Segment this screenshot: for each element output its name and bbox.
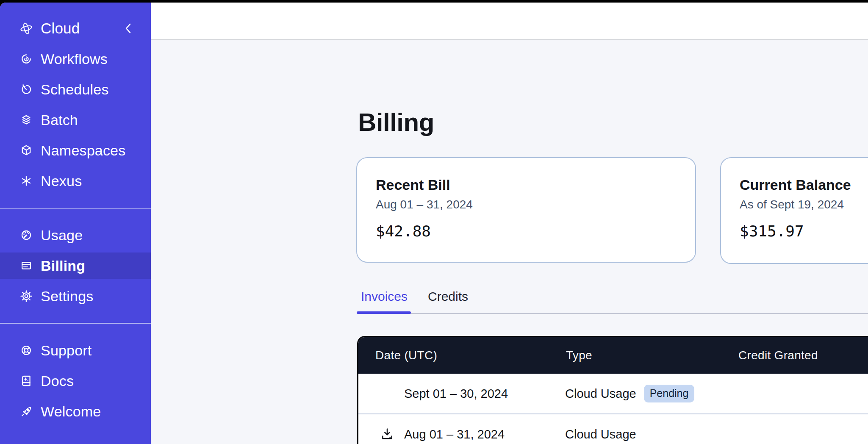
sidebar-item-label: Workflows [41, 51, 108, 67]
download-invoice-button[interactable] [380, 427, 395, 442]
sidebar-item-label: Billing [41, 258, 85, 274]
sidebar-item-workflows[interactable]: Workflows [0, 45, 151, 72]
table-header: Date (UTC) Type Credit Granted [358, 337, 868, 374]
tabs-baseline [357, 313, 868, 314]
sidebar-item-batch[interactable]: Batch [0, 106, 151, 133]
sidebar-brand-cloud[interactable]: Cloud [0, 14, 151, 42]
sidebar-collapse-button[interactable] [123, 22, 134, 35]
sidebar-item-label: Settings [41, 288, 93, 305]
download-icon [380, 427, 395, 442]
sidebar-item-label: Docs [41, 373, 74, 389]
sidebar-item-label: Usage [41, 227, 83, 244]
sidebar-item-label: Support [41, 342, 92, 359]
sidebar: Cloud Workflows [0, 3, 151, 444]
nexus-asterisk-icon [19, 174, 33, 188]
sidebar-item-docs[interactable]: Docs [0, 367, 151, 394]
settings-gear-icon [19, 289, 33, 303]
sidebar-divider [0, 208, 151, 209]
column-header-type: Type [566, 349, 592, 362]
sidebar-item-support[interactable]: Support [0, 337, 151, 364]
current-balance-date: As of Sept 19, 2024 [740, 197, 868, 212]
sidebar-item-welcome[interactable]: Welcome [0, 398, 151, 425]
active-tab-indicator [357, 311, 411, 314]
current-balance-title: Current Balance [740, 176, 868, 194]
invoices-table: Date (UTC) Type Credit Granted Sept 01 –… [357, 336, 868, 444]
invoice-date: Sept 01 – 30, 2024 [404, 387, 508, 401]
recent-bill-title: Recent Bill [376, 176, 677, 194]
current-balance-card: Current Balance As of Sept 19, 2024 $315… [720, 157, 868, 264]
sidebar-item-label: Batch [41, 112, 78, 128]
invoice-date: Aug 01 – 31, 2024 [404, 427, 505, 441]
column-header-date: Date (UTC) [375, 349, 437, 362]
tab-credits[interactable]: Credits [428, 289, 468, 305]
top-bar [151, 3, 868, 40]
screen: { "sidebar": { "brand": {"label": "Cloud… [0, 0, 868, 444]
column-header-credit-granted: Credit Granted [738, 349, 818, 362]
welcome-rocket-icon [19, 405, 33, 418]
sidebar-item-schedules[interactable]: Schedules [0, 76, 151, 103]
recent-bill-card: Recent Bill Aug 01 – 31, 2024 $42.88 [356, 157, 696, 263]
billing-invoice-icon [19, 259, 33, 272]
sidebar-item-settings[interactable]: Settings [0, 283, 151, 310]
sidebar-brand-label: Cloud [41, 20, 80, 37]
sidebar-item-label: Welcome [41, 403, 101, 420]
sidebar-item-nexus[interactable]: Nexus [0, 167, 151, 194]
sidebar-item-label: Namespaces [41, 142, 125, 159]
namespaces-cube-icon [19, 144, 33, 157]
sidebar-item-namespaces[interactable]: Namespaces [0, 137, 151, 164]
sidebar-divider [0, 323, 151, 324]
invoice-type: Cloud Usage [565, 387, 636, 401]
sidebar-item-label: Nexus [41, 173, 82, 189]
recent-bill-amount: $42.88 [376, 222, 677, 240]
app-window: Cloud Workflows [0, 3, 868, 444]
invoice-type: Cloud Usage [565, 427, 636, 441]
workflows-spiral-icon [19, 52, 33, 66]
chevron-left-icon [124, 22, 133, 35]
sidebar-item-billing[interactable]: Billing [0, 253, 151, 279]
main-content: Billing Recent Bill Aug 01 – 31, 2024 $4… [151, 3, 868, 444]
page-title: Billing [358, 107, 434, 138]
usage-gauge-icon [19, 228, 33, 242]
support-lifebuoy-icon [19, 344, 33, 357]
invoice-type-cell: Cloud Usage [565, 427, 636, 441]
status-badge: Pending [644, 385, 695, 402]
tab-invoices[interactable]: Invoices [361, 289, 408, 305]
sidebar-item-label: Schedules [41, 81, 109, 98]
batch-layers-icon [19, 113, 33, 127]
docs-book-icon [19, 374, 33, 388]
table-row[interactable]: Aug 01 – 31, 2024 Cloud Usage [358, 413, 868, 444]
recent-bill-period: Aug 01 – 31, 2024 [376, 197, 677, 212]
current-balance-amount: $315.97 [740, 222, 868, 240]
sidebar-item-usage[interactable]: Usage [0, 222, 151, 249]
table-row[interactable]: Sept 01 – 30, 2024 Cloud Usage Pending [358, 374, 868, 413]
schedules-timer-icon [19, 83, 33, 96]
invoice-type-cell: Cloud Usage Pending [565, 385, 694, 402]
cloud-orbit-icon [19, 22, 33, 35]
